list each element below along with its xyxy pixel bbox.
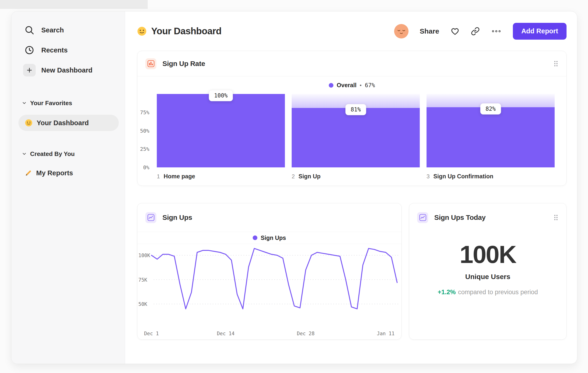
copy-link-icon[interactable] — [471, 27, 480, 36]
line-chart-icon — [145, 212, 156, 223]
funnel-value-label: 81% — [345, 104, 366, 115]
card-sign-ups-today: Sign Ups Today 100K Unique Users +1.2%co… — [409, 203, 567, 340]
section-your-favorites[interactable]: Your Favorites — [18, 96, 119, 110]
funnel-bar-3[interactable]: 82% — [427, 94, 555, 167]
legend-label: Sign Ups — [261, 234, 286, 241]
funnel-x-axis: 1Home page2Sign Up3Sign Up Confirmation — [157, 173, 555, 180]
y-axis-tick: 25% — [140, 146, 149, 152]
section-created-by-you[interactable]: Created By You — [18, 147, 119, 161]
drag-handle-icon[interactable] — [553, 214, 558, 221]
sidebar-item-label: Search — [41, 26, 64, 34]
x-axis-tick: Dec 28 — [297, 331, 315, 336]
clock-icon — [23, 44, 36, 56]
card-sign-up-rate: Sign Up Rate Overall • 67% 75%50%25%0% 1… — [137, 51, 567, 186]
more-options-icon[interactable] — [491, 29, 502, 34]
sidebar-item-recents[interactable]: Recents — [18, 40, 119, 60]
line-legend: Sign Ups — [137, 232, 401, 244]
smiley-icon — [137, 27, 147, 36]
x-axis-tick: Dec 1 — [144, 331, 159, 336]
y-axis-tick: 75% — [140, 109, 149, 115]
y-axis-tick: 75K — [138, 277, 147, 283]
favorite-heart-icon[interactable] — [450, 27, 460, 36]
plus-icon — [23, 64, 36, 76]
card-title: Sign Up Rate — [162, 60, 205, 68]
user-avatar[interactable] — [394, 24, 409, 39]
card-title: Sign Ups — [162, 213, 192, 222]
main-content: Your Dashboard Share Add Report — [125, 11, 577, 364]
sidebar-item-search[interactable]: Search — [18, 20, 119, 40]
stat-delta-value: +1.2% — [438, 289, 456, 296]
y-axis-tick: 0% — [143, 165, 150, 171]
header-actions: Share Add Report — [394, 23, 567, 40]
card-header: Sign Ups — [137, 203, 401, 232]
stat-label: Unique Users — [409, 273, 566, 281]
x-axis-tick: Jan 11 — [377, 331, 395, 336]
legend-value: 67% — [365, 82, 375, 89]
funnel-legend: Overall • 67% — [137, 76, 566, 94]
sidebar-item-label: Recents — [41, 46, 68, 54]
funnel-bar-1[interactable]: 100% — [157, 94, 285, 167]
funnel-category-label: 2Sign Up — [292, 173, 420, 180]
chevron-down-icon — [22, 101, 27, 106]
x-axis-tick: Dec 14 — [217, 331, 234, 336]
dashboard-header: Your Dashboard Share Add Report — [137, 11, 567, 51]
line-series-sign-ups — [151, 249, 397, 309]
add-report-button[interactable]: Add Report — [513, 23, 567, 40]
funnel-bar-fill — [292, 108, 420, 167]
line-chart[interactable]: 100K75K50KDec 1Dec 14Dec 28Jan 11 — [137, 244, 401, 340]
funnel-category-label: 3Sign Up Confirmation — [427, 173, 555, 180]
window-edge-artifact — [0, 0, 148, 9]
sidebar-item-new-dashboard[interactable]: New Dashboard — [18, 60, 119, 80]
smiley-icon — [25, 119, 32, 127]
card-header: Sign Up Rate — [137, 51, 566, 76]
drag-handle-icon[interactable] — [553, 60, 558, 67]
sidebar-item-your-dashboard[interactable]: Your Dashboard — [18, 115, 119, 131]
section-title: Created By You — [30, 150, 75, 158]
stat-delta-row: +1.2%compared to previous period — [409, 289, 566, 296]
funnel-category-label: 1Home page — [157, 173, 285, 180]
page-title: Your Dashboard — [151, 26, 221, 36]
funnel-chart: 75%50%25%0% 100%81%82% — [137, 94, 566, 167]
y-axis-tick: 50% — [140, 128, 149, 134]
funnel-bar-2[interactable]: 81% — [292, 94, 420, 167]
legend-separator: • — [360, 82, 362, 88]
funnel-value-label: 82% — [480, 103, 501, 114]
sidebar-item-my-reports[interactable]: My Reports — [18, 166, 119, 180]
app-window: Search Recents New Dashboard Your Favori… — [11, 11, 577, 364]
funnel-plot: 100%81%82% — [157, 94, 555, 167]
share-button[interactable]: Share — [420, 27, 439, 35]
card-header: Sign Ups Today — [409, 203, 566, 232]
sidebar: Search Recents New Dashboard Your Favori… — [11, 11, 125, 364]
legend-dot — [329, 83, 333, 88]
pencil-icon — [25, 170, 32, 176]
sidebar-item-label: Your Dashboard — [37, 119, 89, 127]
page-title-wrap: Your Dashboard — [137, 26, 221, 36]
sidebar-item-label: My Reports — [36, 169, 73, 177]
stat-value: 100K — [409, 242, 566, 267]
funnel-y-axis: 75%50%25%0% — [137, 94, 157, 167]
search-icon — [23, 24, 36, 36]
cards-row: Sign Ups Sign Ups 100K75K50KDec 1Dec 14D… — [137, 203, 567, 340]
line-chart-icon — [417, 212, 428, 223]
chevron-down-icon — [22, 151, 27, 156]
stat-delta-note: compared to previous period — [458, 289, 538, 296]
funnel-bar-fill — [427, 107, 555, 167]
legend-label: Overall — [337, 82, 357, 89]
section-title: Your Favorites — [30, 100, 72, 107]
sidebar-item-label: New Dashboard — [41, 66, 92, 74]
y-axis-tick: 50K — [138, 302, 147, 307]
funnel-value-label: 100% — [209, 90, 233, 101]
funnel-bar-fill — [157, 94, 285, 167]
card-title: Sign Ups Today — [434, 213, 486, 222]
y-axis-tick: 100K — [138, 253, 150, 258]
bar-chart-icon — [145, 58, 156, 69]
legend-dot — [253, 235, 257, 240]
card-sign-ups: Sign Ups Sign Ups 100K75K50KDec 1Dec 14D… — [137, 203, 402, 340]
